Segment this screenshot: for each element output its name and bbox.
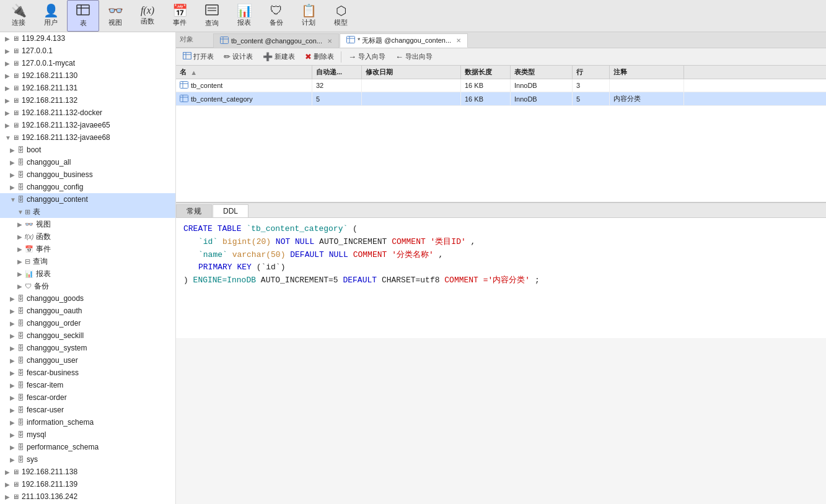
toolbar-query[interactable]: 查询: [196, 0, 228, 32]
sidebar-item-backup-group[interactable]: ▶ 🛡 备份: [0, 280, 175, 292]
tab2-close[interactable]: ✕: [456, 37, 461, 44]
right-pane: 对象 tb_content @changgou_con... ✕ * 无标题 @…: [176, 32, 826, 504]
sidebar-item-db-fescar-business[interactable]: ▶ 🗄 fescar-business: [0, 367, 175, 379]
conn-icon: 🖥: [12, 35, 19, 42]
toolbar-report[interactable]: 📊 报表: [228, 0, 260, 32]
sidebar-label: sys: [27, 455, 38, 464]
conn-icon: 🖥: [12, 97, 19, 104]
sidebar-item-db-changgou-all[interactable]: ▶ 🗄 changgou_all: [0, 156, 175, 168]
sidebar-item-db-mysql[interactable]: ▶ 🗄 mysql: [0, 428, 175, 441]
sidebar-item-db-performance-schema[interactable]: ▶ 🗄 performance_schema: [0, 441, 175, 453]
sidebar-item-conn-132docker[interactable]: ▶ 🖥 192.168.211.132-docker: [0, 106, 175, 119]
sidebar-item-conn-127[interactable]: ▶ 🖥 127.0.0.1: [0, 45, 175, 57]
sidebar-item-report-group[interactable]: ▶ 📊 报表: [0, 267, 175, 280]
db-icon: 🗄: [17, 381, 24, 389]
expand-icon: ▶: [10, 295, 16, 302]
kw-comment3: COMMENT: [444, 276, 478, 285]
sidebar-item-conn-132javaee68[interactable]: ▼ 🖥 192.168.211.132-javaee68: [0, 131, 175, 144]
tab1-close[interactable]: ✕: [327, 38, 332, 45]
toolbar-event[interactable]: 📅 事件: [164, 0, 196, 32]
db-icon: 🗄: [17, 419, 24, 426]
sidebar-item-conn-132javaee65[interactable]: ▶ 🖥 192.168.211.132-javaee65: [0, 119, 175, 131]
view-icon: 👓: [108, 4, 123, 17]
sidebar-label: 表: [33, 207, 40, 217]
tab-ddl[interactable]: DDL: [213, 204, 248, 217]
ddl-line2: `id` bigint(20) NOT NULL AUTO_INCREMENT …: [183, 236, 819, 249]
tab-tb-content[interactable]: tb_content @changgou_con... ✕: [213, 33, 339, 48]
sidebar-item-db-order[interactable]: ▶ 🗄 changgou_order: [0, 317, 175, 329]
sidebar-label: 119.29.4.133: [22, 34, 65, 43]
db-icon: 🗄: [17, 319, 24, 327]
toolbar-connect[interactable]: 🔌 连接: [2, 0, 35, 32]
import-button[interactable]: → 导入向导: [344, 50, 390, 63]
sidebar-item-conn-119[interactable]: ▶ 🖥 119.29.4.133: [0, 32, 175, 45]
comment-val2: '分类名称': [392, 250, 434, 259]
sidebar-item-db-fescar-item[interactable]: ▶ 🗄 fescar-item: [0, 379, 175, 391]
sidebar-item-db-fescar-order[interactable]: ▶ 🗄 fescar-order: [0, 391, 175, 404]
sidebar-item-event-group[interactable]: ▶ 📅 事件: [0, 243, 175, 255]
sidebar-item-db-user[interactable]: ▶ 🗄 changgou_user: [0, 354, 175, 367]
header-size: 数据长度: [461, 66, 511, 79]
sidebar-item-db-seckill[interactable]: ▶ 🗄 changgou_seckill: [0, 329, 175, 342]
delete-table-button[interactable]: ✖ 删除表: [301, 50, 338, 63]
sidebar-item-query-group[interactable]: ▶ ⊟ 查询: [0, 255, 175, 267]
tab-normal[interactable]: 常规: [176, 204, 212, 217]
tab-untitled[interactable]: * 无标题 @changgou_conten... ✕: [340, 33, 468, 48]
connect-icon: 🔌: [11, 4, 27, 17]
toolbar-plan[interactable]: 📋 计划: [292, 0, 325, 32]
expand-icon: ▼: [10, 196, 16, 203]
sidebar-label: 查询: [33, 256, 48, 267]
toolbar-model[interactable]: ⬡ 模型: [325, 0, 357, 32]
model-icon: ⬡: [336, 4, 346, 17]
sidebar-item-db-changgou-config[interactable]: ▶ 🗄 changgou_config: [0, 181, 175, 193]
expand-icon: ▶: [5, 469, 11, 476]
sidebar-label: 127.0.0.1-mycat: [22, 59, 75, 67]
table-row[interactable]: tb_content_category 5 16 KB InnoDB 5 内容分…: [176, 92, 826, 106]
sidebar-label: boot: [27, 146, 41, 154]
sidebar-item-conn-138[interactable]: ▶ 🖥 192.168.211.138: [0, 466, 175, 478]
open-table-button[interactable]: 打开表: [178, 50, 218, 63]
toolbar-view[interactable]: 👓 视图: [99, 0, 131, 32]
toolbar-table[interactable]: 表: [67, 0, 99, 32]
sidebar-item-func-group[interactable]: ▶ f(x) 函数: [0, 230, 175, 243]
sidebar-item-db-goods[interactable]: ▶ 🗄 changgou_goods: [0, 292, 175, 305]
sidebar-item-table-group[interactable]: ▼ ⊞ 表: [0, 206, 175, 218]
sidebar-item-db-changgou-content[interactable]: ▼ 🗄 changgou_content: [0, 193, 175, 206]
kw-comment1: COMMENT: [392, 237, 426, 246]
row-auto: 32: [312, 79, 362, 92]
new-table-button[interactable]: ➕ 新建表: [258, 50, 299, 63]
sidebar-label: information_schema: [27, 418, 94, 427]
backup-group-icon: 🛡: [25, 282, 32, 290]
sidebar-item-db-fescar-user[interactable]: ▶ 🗄 fescar-user: [0, 404, 175, 416]
design-table-button[interactable]: ✏ 设计表: [219, 50, 257, 63]
svg-rect-6: [221, 37, 229, 43]
sidebar-item-conn-132[interactable]: ▶ 🖥 192.168.211.132: [0, 94, 175, 106]
sidebar-item-conn-127mycat[interactable]: ▶ 🖥 127.0.0.1-mycat: [0, 57, 175, 69]
export-button[interactable]: ← 导出向导: [391, 50, 437, 63]
expand-icon: ▶: [5, 481, 11, 488]
db-icon: 🗄: [17, 443, 24, 451]
expand-icon: ▶: [10, 444, 16, 451]
sidebar-item-db-sys[interactable]: ▶ 🗄 sys: [0, 453, 175, 466]
toolbar-func[interactable]: f(x) 函数: [131, 0, 164, 32]
sidebar-item-conn-211[interactable]: ▶ 🖥 211.103.136.242: [0, 490, 175, 503]
sidebar-item-db-boot[interactable]: ▶ 🗄 boot: [0, 144, 175, 156]
db-icon: 🗄: [17, 307, 24, 315]
expand-icon: ▶: [10, 184, 16, 191]
sidebar-item-conn-131[interactable]: ▶ 🖥 192.168.211.131: [0, 82, 175, 94]
sidebar-item-view-group[interactable]: ▶ 👓 视图: [0, 218, 175, 230]
sidebar-label: 192.168.211.138: [22, 467, 77, 476]
toolbar-backup[interactable]: 🛡 备份: [260, 0, 292, 32]
sidebar-item-conn-130[interactable]: ▶ 🖥 192.168.211.130: [0, 69, 175, 82]
conn-icon: 🖥: [12, 121, 19, 129]
sidebar-item-db-information-schema[interactable]: ▶ 🗄 information_schema: [0, 416, 175, 428]
toolbar-user[interactable]: 👤 用户: [35, 0, 67, 32]
sidebar-item-db-system[interactable]: ▶ 🗄 changgou_system: [0, 342, 175, 354]
sidebar-item-db-changgou-business[interactable]: ▶ 🗄 changgou_business: [0, 168, 175, 181]
header-modify: 修改日期: [362, 66, 461, 79]
sidebar-label: changgou_goods: [27, 294, 84, 303]
new-table-icon: ➕: [263, 52, 273, 61]
table-row[interactable]: tb_content 32 16 KB InnoDB 3: [176, 79, 826, 92]
sidebar-item-conn-139[interactable]: ▶ 🖥 192.168.211.139: [0, 478, 175, 490]
sidebar-item-db-oauth[interactable]: ▶ 🗄 changgou_oauth: [0, 305, 175, 317]
